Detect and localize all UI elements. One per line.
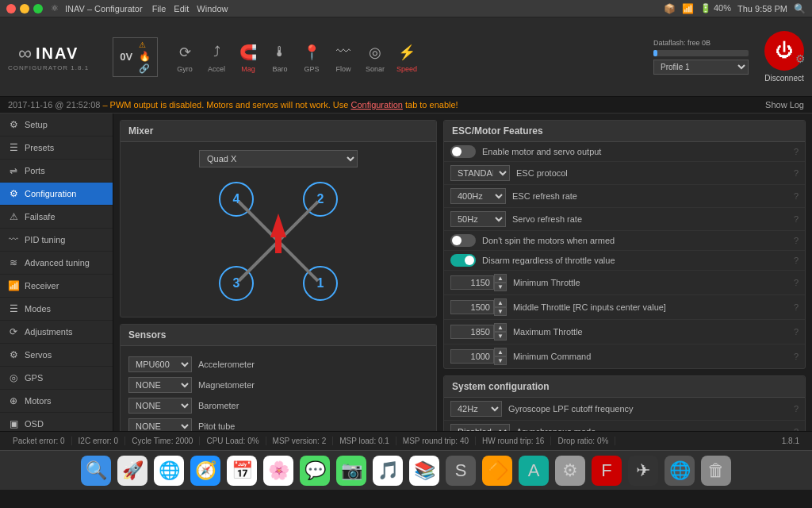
sidebar-item-advanced-tuning[interactable]: ≋ Advanced tuning (0, 252, 113, 275)
dataflash-label: Dataflash: free 0B (653, 39, 710, 47)
enable-motor-help[interactable]: ? (794, 147, 799, 156)
dock-drone[interactable]: ✈ (628, 456, 658, 486)
async-mode-select[interactable]: DisabledGyro (450, 424, 510, 431)
configuration-link[interactable]: Configuration (350, 100, 402, 110)
system-config-title: System configuration (452, 381, 550, 392)
nav-accel[interactable]: ⤴ Accel (205, 41, 228, 73)
enable-motor-toggle[interactable] (450, 145, 476, 158)
sidebar-item-pid-tuning[interactable]: 〰 PID tuning (0, 229, 113, 252)
gyro-lpf-select[interactable]: 42Hz98Hz (450, 401, 502, 417)
status-msp-load: MSP load: 0.1 (333, 437, 396, 445)
pitot-select[interactable]: NONE (128, 418, 192, 431)
sidebar-item-ports[interactable]: ⇌ Ports (0, 160, 113, 183)
min-command-input[interactable] (450, 349, 494, 364)
mid-throttle-help[interactable]: ? (794, 302, 799, 312)
dock-facetime[interactable]: 📷 (336, 456, 366, 486)
mid-throttle-down[interactable]: ▼ (494, 307, 507, 316)
nav-sonar[interactable]: ◎ Sonar (364, 41, 386, 73)
accelerometer-select[interactable]: MPU600 (128, 356, 192, 372)
esc-refresh-select[interactable]: 400Hz200Hz (450, 188, 506, 204)
esc-protocol-help[interactable]: ? (794, 168, 799, 178)
dont-spin-label: Don't spin the motors when armed (482, 236, 787, 245)
min-throttle-up[interactable]: ▲ (494, 274, 507, 283)
barometer-label: Barometer (198, 401, 239, 410)
sidebar-item-osd[interactable]: ▣ OSD (0, 413, 113, 431)
show-log-button[interactable]: Show Log (765, 100, 804, 110)
nav-baro[interactable]: 🌡 Baro (269, 41, 291, 73)
nav-mag[interactable]: 🧲 Mag (237, 41, 259, 73)
min-throttle-help[interactable]: ? (794, 278, 799, 287)
dock-calendar[interactable]: 📅 (227, 456, 257, 486)
sidebar-item-gps[interactable]: ◎ GPS (0, 367, 113, 390)
min-command-up[interactable]: ▲ (494, 348, 507, 356)
dock-chrome[interactable]: 🌐 (154, 456, 184, 486)
dock-trash[interactable]: 🗑 (701, 456, 731, 486)
servo-refresh-help[interactable]: ? (794, 214, 799, 224)
settings-gear-icon[interactable]: ⚙ (795, 52, 806, 65)
menu-file[interactable]: File (152, 4, 167, 13)
baro-icon: 🌡 (269, 41, 291, 64)
gyro-lpf-label: Gyroscope LPF cutoff frequency (508, 404, 787, 414)
esc-protocol-select[interactable]: STANDAIONESHOT125MULTISHOT (450, 165, 510, 181)
sonar-icon: ◎ (364, 41, 386, 64)
sidebar-item-motors[interactable]: ⊕ Motors (0, 390, 113, 413)
dock-app-store[interactable]: A (519, 456, 549, 486)
dock-launchpad[interactable]: 🚀 (117, 456, 147, 486)
sidebar-item-setup[interactable]: ⚙ Setup (0, 114, 113, 137)
sidebar-item-failsafe[interactable]: ⚠ Failsafe (0, 206, 113, 229)
gyro-lpf-help[interactable]: ? (794, 404, 799, 414)
dock-finder[interactable]: 🔍 (81, 456, 111, 486)
disarm-toggle[interactable] (450, 254, 476, 267)
dockbar: 🔍 🚀 🌐 🧭 📅 🌸 💬 📷 🎵 📚 S 🔶 A ⚙ F ✈ 🌐 🗑 (0, 450, 812, 490)
min-command-down[interactable]: ▼ (494, 356, 507, 365)
min-throttle-input[interactable] (450, 275, 494, 290)
barometer-select[interactable]: NONE (128, 398, 192, 414)
max-throttle-down[interactable]: ▼ (494, 332, 507, 341)
maximize-button[interactable] (33, 4, 43, 13)
sidebar-item-receiver[interactable]: 📶 Receiver (0, 275, 113, 298)
close-button[interactable] (6, 4, 16, 13)
mixer-select[interactable]: Quad X Quad + Tri (199, 150, 358, 167)
dock-app2[interactable]: S (446, 456, 476, 486)
disarm-help[interactable]: ? (794, 256, 799, 265)
max-throttle-up[interactable]: ▲ (494, 323, 507, 332)
dock-vlc[interactable]: 🔶 (482, 456, 512, 486)
sidebar-item-presets[interactable]: ☰ Presets (0, 137, 113, 160)
magnetometer-select[interactable]: NONE (128, 377, 192, 393)
sidebar-item-configuration[interactable]: ⚙ Configuration (0, 183, 113, 206)
menu-edit[interactable]: Edit (174, 4, 189, 13)
minimize-button[interactable] (20, 4, 29, 13)
sidebar-item-modes[interactable]: ☰ Modes (0, 298, 113, 321)
profile-select[interactable]: Profile 1 Profile 2 Profile 3 (653, 60, 749, 75)
dock-settings[interactable]: ⚙ (555, 456, 585, 486)
dock-photos[interactable]: 🌸 (263, 456, 293, 486)
dock-network[interactable]: 🌐 (665, 456, 695, 486)
max-throttle-input[interactable] (450, 325, 494, 339)
dock-books[interactable]: 📚 (409, 456, 439, 486)
sidebar-item-adjustments[interactable]: ⟳ Adjustments (0, 321, 113, 344)
nav-icons: ⟳ Gyro ⤴ Accel 🧲 Mag 🌡 Baro 📍 GPS 〰 Flow… (174, 41, 418, 73)
nav-speed[interactable]: ⚡ Speed (396, 41, 418, 73)
dont-spin-help[interactable]: ? (794, 236, 799, 245)
dock-itunes[interactable]: 🎵 (373, 456, 403, 486)
nav-flow[interactable]: 〰 Flow (332, 41, 354, 73)
mid-throttle-up[interactable]: ▲ (494, 298, 507, 307)
max-throttle-help[interactable]: ? (794, 327, 799, 337)
esc-refresh-help[interactable]: ? (794, 191, 799, 201)
min-throttle-down[interactable]: ▼ (494, 283, 507, 291)
dock-inav[interactable]: F (592, 456, 622, 486)
nav-gyro[interactable]: ⟳ Gyro (174, 41, 196, 73)
nav-gps[interactable]: 📍 GPS (301, 41, 323, 73)
mid-throttle-input[interactable] (450, 300, 494, 314)
async-mode-help[interactable]: ? (794, 427, 799, 431)
servo-refresh-select[interactable]: 50Hz100Hz (450, 211, 506, 227)
dont-spin-toggle[interactable] (450, 234, 476, 247)
dock-navi[interactable]: 🧭 (190, 456, 220, 486)
min-command-help[interactable]: ? (794, 352, 799, 361)
search-icon[interactable]: 🔍 (794, 3, 806, 14)
gps-sidebar-icon: ◎ (8, 372, 19, 383)
right-column: ESC/Motor Features Enable motor and serv… (443, 120, 806, 425)
sidebar-item-servos[interactable]: ⚙ Servos (0, 344, 113, 367)
menu-window[interactable]: Window (197, 4, 228, 13)
dock-messages[interactable]: 💬 (300, 456, 330, 486)
